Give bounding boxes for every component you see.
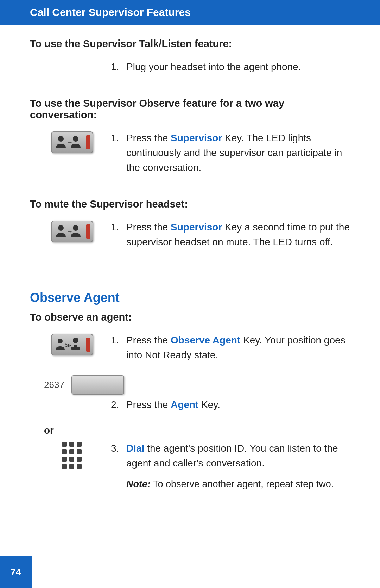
note-text-content: To observe another agent, repeat step tw… (151, 479, 334, 489)
observe-two-way-step1-row: → 1. Press the Supervisor Key. The LED l… (44, 131, 350, 175)
step-num-2: 2. (111, 397, 121, 412)
key-led-red (86, 135, 90, 149)
observe-agent-keypad-area (44, 442, 100, 470)
svg-point-0 (58, 136, 64, 142)
or-label: or (44, 425, 350, 436)
svg-point-6 (58, 339, 63, 343)
mute-key-people-icon: → (54, 224, 82, 239)
keypad-dot-9 (77, 457, 82, 462)
keypad-dot-5 (69, 449, 74, 454)
svg-text:→: → (66, 139, 73, 146)
observe-agent-step3-text: Dial the agent's position ID. You can li… (126, 441, 350, 491)
observe-two-way-step1: 1. Press the Supervisor Key. The LED lig… (111, 131, 350, 175)
svg-point-8 (73, 338, 78, 343)
note-bold: Note: (126, 479, 151, 489)
note-text: Note: To observe another agent, repeat s… (126, 477, 350, 491)
mute-key-icon: → (51, 221, 93, 242)
observe-agent-step2-text: Press the Agent Key. (126, 397, 350, 412)
keypad-dot-6 (77, 449, 82, 454)
supervisor-highlight-1: Supervisor (171, 132, 222, 143)
keypad-dot-1 (62, 442, 67, 447)
observe-agent-step3: 3. Dial the agent's position ID. You can… (111, 441, 350, 491)
observe-agent-step1-row: ≫ 1. Press the Observe Agent Key. Your p… (44, 333, 350, 363)
talk-listen-step1: 1. Plug your headset into the agent phon… (111, 60, 350, 74)
step-num-1c: 1. (111, 220, 121, 249)
svg-point-2 (73, 136, 78, 142)
step-num-1: 1. (111, 60, 121, 74)
step-num-1b: 1. (111, 131, 121, 175)
observe-agent-step2-text-area: 2. Press the Agent Key. (111, 397, 350, 412)
svg-point-5 (73, 225, 78, 231)
keypad-dot-12 (77, 464, 82, 469)
observe-agent-people-svg: ≫ (54, 337, 82, 352)
talk-listen-heading: To use the Supervisor Talk/Listen featur… (30, 38, 350, 50)
observe-two-way-icon-area: → (44, 131, 100, 153)
supervisor-key-people-icon: → (54, 135, 82, 150)
agent-key-button-icon (71, 375, 124, 395)
mute-headset-text: 1. Press the Supervisor Key a second tim… (111, 220, 350, 249)
mute-people-svg: → (54, 224, 82, 239)
observe-agent-step3-suffix: the agent's position ID. You can listen … (126, 443, 338, 469)
observe-agent-key-people-icon: ≫ (54, 337, 82, 352)
observe-two-way-step1-text: Press the Supervisor Key. The LED lights… (126, 131, 350, 175)
keypad-dot-3 (77, 442, 82, 447)
mute-headset-icon-area: → (44, 221, 100, 242)
keypad-dot-7 (62, 457, 67, 462)
mute-headset-step1-row: → 1. Press the Supervisor Key a second t… (44, 220, 350, 249)
footer-page-number: 74 (0, 556, 32, 588)
header-bar: Call Center Supervisor Features (0, 0, 380, 25)
observe-agent-step3-row: 3. Dial the agent's position ID. You can… (44, 441, 350, 491)
talk-listen-step1-text: Plug your headset into the agent phone. (126, 60, 350, 74)
observe-agent-step2-row: 2. Press the Agent Key. (44, 397, 350, 412)
keypad-icon (62, 442, 82, 470)
step-num-3: 3. (111, 441, 121, 491)
mute-headset-step1-suffix: Key a second time to put the supervisor … (126, 222, 350, 247)
observe-agent-highlight: Observe Agent (171, 335, 240, 346)
dial-highlight: Dial (126, 443, 144, 454)
svg-point-3 (58, 225, 64, 231)
agent-number: 2637 (44, 379, 65, 390)
observe-agent-step2-suffix: Key. (198, 399, 220, 410)
svg-text:→: → (66, 228, 73, 235)
mute-headset-step1-text: Press the Supervisor Key a second time t… (126, 220, 350, 249)
main-content: To use the Supervisor Talk/Listen featur… (0, 38, 380, 539)
supervisor-highlight-2: Supervisor (171, 222, 222, 233)
observe-two-way-heading: To use the Supervisor Observe feature fo… (30, 98, 350, 121)
observe-agent-step1-text-area: 1. Press the Observe Agent Key. Your pos… (111, 333, 350, 363)
observe-agent-icon-area: ≫ (44, 334, 100, 355)
page-number: 74 (10, 567, 21, 578)
mute-headset-step1: 1. Press the Supervisor Key a second tim… (111, 220, 350, 249)
supervisor-key-icon: → (51, 131, 93, 153)
keypad-dot-8 (69, 457, 74, 462)
agent-highlight: Agent (171, 399, 198, 410)
supervisor-people-svg: → (54, 135, 82, 150)
observe-agent-title: Observe Agent (30, 290, 350, 305)
keypad-dot-4 (62, 449, 67, 454)
observe-agent-step3-text-area: 3. Dial the agent's position ID. You can… (111, 441, 350, 491)
observe-two-way-step1-suffix: Key. The LED lights continuously and the… (126, 132, 342, 173)
observe-agent-step1: 1. Press the Observe Agent Key. Your pos… (111, 333, 350, 363)
talk-listen-text: 1. Plug your headset into the agent phon… (111, 60, 350, 74)
header-title: Call Center Supervisor Features (30, 6, 191, 18)
mute-headset-heading: To mute the Supervisor headset: (30, 198, 350, 210)
mute-key-led-red (86, 224, 90, 239)
keypad-dot-2 (69, 442, 74, 447)
svg-rect-10 (74, 345, 77, 347)
talk-listen-step1-row: 1. Plug your headset into the agent phon… (44, 60, 350, 74)
observe-agent-key-icon: ≫ (51, 334, 93, 355)
keypad-dot-10 (62, 464, 67, 469)
svg-text:≫: ≫ (65, 342, 71, 348)
step-num-1d: 1. (111, 333, 121, 363)
keypad-dot-11 (69, 464, 74, 469)
observe-agent-step1-text: Press the Observe Agent Key. Your positi… (126, 333, 350, 363)
observe-agent-subheading: To observe an agent: (30, 311, 350, 323)
observe-agent-step2: 2. Press the Agent Key. (111, 397, 350, 412)
observe-agent-led-red (86, 338, 90, 352)
observe-two-way-text: 1. Press the Supervisor Key. The LED lig… (111, 131, 350, 175)
agent-key-row: 2637 (44, 375, 350, 395)
